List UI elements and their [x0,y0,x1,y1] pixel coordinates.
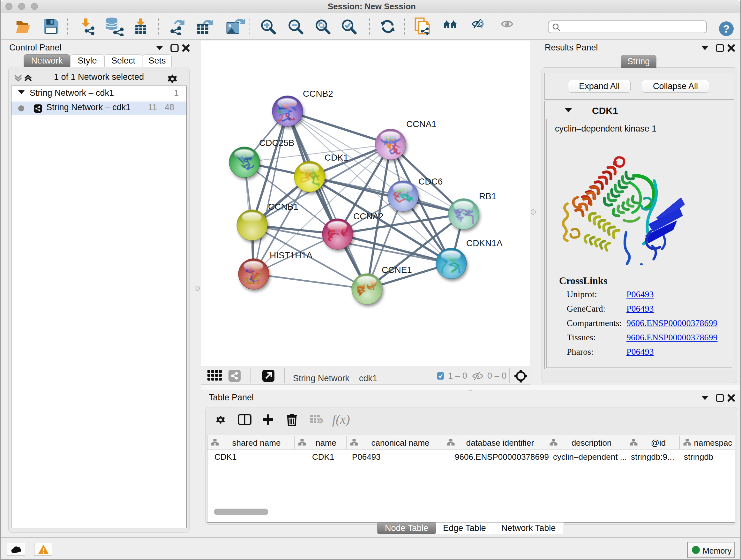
svg-text:CDC25B: CDC25B [259,138,294,148]
svg-text:CCNB2: CCNB2 [303,89,333,99]
svg-text:CDC6: CDC6 [418,177,443,186]
svg-text:CCNA1: CCNA1 [406,119,436,129]
svg-text:HIST1H1A: HIST1H1A [270,250,313,260]
svg-text:CCNA2: CCNA2 [353,211,384,221]
svg-text:CCNB1: CCNB1 [268,202,298,212]
svg-text:CCNE1: CCNE1 [382,265,412,275]
svg-text:CDKN1A: CDKN1A [466,238,502,248]
svg-text:RB1: RB1 [479,191,496,201]
svg-text:CDK1: CDK1 [325,152,348,163]
